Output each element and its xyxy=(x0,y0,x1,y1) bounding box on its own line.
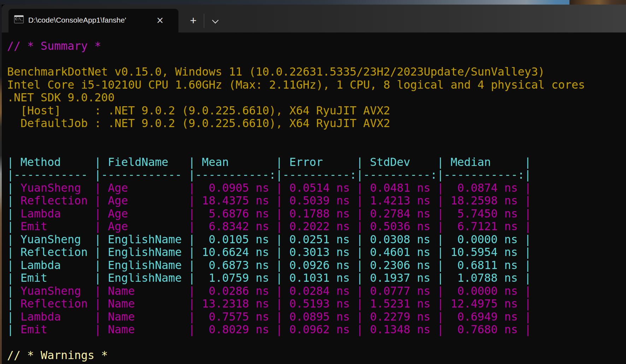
terminal-line: | Emit | Age | 6.8342 ns | 0.2022 ns | 0… xyxy=(7,220,585,233)
terminal-line: | Method | FieldName | Mean | Error | St… xyxy=(7,156,585,169)
terminal-line: | Emit | EnglishName | 1.0759 ns | 0.103… xyxy=(7,271,585,285)
terminal-tab-bar: C:\_ D:\code\ConsoleApp1\fanshe' × + xyxy=(2,5,626,32)
chevron-down-icon xyxy=(212,17,218,23)
desktop-wallpaper-top-strip xyxy=(0,0,626,5)
terminal-line: | Emit | Name | 0.8029 ns | 0.0962 ns | … xyxy=(7,323,585,336)
terminal-line: | YuanSheng | EnglishName | 0.0105 ns | … xyxy=(7,233,585,246)
terminal-line: // * Summary * xyxy=(7,40,585,53)
terminal-content-area: // * Summary *BenchmarkDotNet v0.15.0, W… xyxy=(2,32,626,364)
terminal-line: | Lambda | Age | 5.6876 ns | 0.1788 ns |… xyxy=(7,207,585,220)
desktop-screen: C:\_ D:\code\ConsoleApp1\fanshe' × + // … xyxy=(0,0,626,364)
terminal-line: |----------- |------------ |-----------:… xyxy=(7,168,585,181)
tab-bar-divider xyxy=(204,14,204,28)
terminal-line: | Reflection | Age | 18.4375 ns | 0.5039… xyxy=(7,194,585,207)
terminal-line: | Lambda | EnglishName | 0.6873 ns | 0.0… xyxy=(7,259,585,272)
command-prompt-icon: C:\_ xyxy=(14,15,24,23)
terminal-tab-active[interactable]: C:\_ D:\code\ConsoleApp1\fanshe' × xyxy=(8,9,178,32)
tab-dropdown-button[interactable] xyxy=(207,14,223,28)
terminal-line xyxy=(7,336,585,349)
terminal-line: // * Warnings * xyxy=(7,349,585,362)
terminal-line: [Host] : .NET 9.0.2 (9.0.225.6610), X64 … xyxy=(7,104,585,117)
terminal-line: BenchmarkDotNet v0.15.0, Windows 11 (10.… xyxy=(7,65,585,78)
terminal-line: | Reflection | Name | 13.2318 ns | 0.519… xyxy=(7,297,585,310)
terminal-line: | Lambda | Name | 0.7575 ns | 0.0895 ns … xyxy=(7,310,585,323)
terminal-line: | YuanSheng | Age | 0.0905 ns | 0.0514 n… xyxy=(7,181,585,195)
new-tab-button[interactable]: + xyxy=(185,14,201,28)
wallpaper-rock-formation xyxy=(569,0,626,5)
terminal-line xyxy=(7,143,585,156)
terminal-line: .NET SDK 9.0.200 xyxy=(7,91,585,104)
close-tab-icon[interactable]: × xyxy=(154,14,166,26)
terminal-line xyxy=(7,130,585,143)
terminal-line: | Reflection | EnglishName | 10.6624 ns … xyxy=(7,246,585,259)
terminal-window: C:\_ D:\code\ConsoleApp1\fanshe' × + // … xyxy=(2,5,626,364)
terminal-output: // * Summary *BenchmarkDotNet v0.15.0, W… xyxy=(7,40,585,362)
terminal-line xyxy=(7,53,585,66)
terminal-line: DefaultJob : .NET 9.0.2 (9.0.225.6610), … xyxy=(7,117,585,130)
terminal-line: Intel Core i5-10210U CPU 1.60GHz (Max: 2… xyxy=(7,78,585,91)
tab-title: D:\code\ConsoleApp1\fanshe' xyxy=(28,9,152,32)
terminal-line: | YuanSheng | Name | 0.0286 ns | 0.0284 … xyxy=(7,285,585,298)
